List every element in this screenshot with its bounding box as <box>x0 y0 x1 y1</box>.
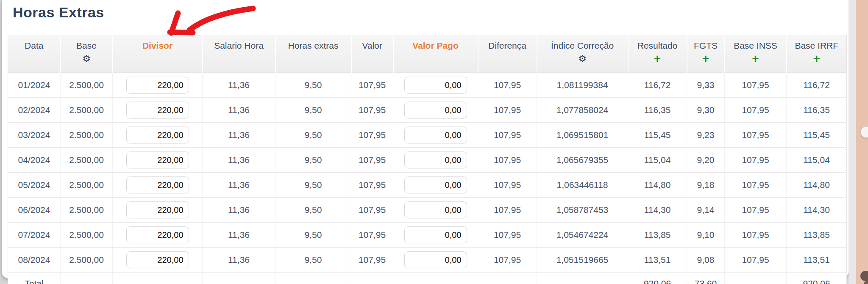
cell-valor_pago <box>393 98 478 123</box>
cell-indice_correcao: 1,058787453 <box>537 198 628 223</box>
cell-valor_pago <box>393 123 478 148</box>
total-empty-cell <box>725 273 787 284</box>
valor-pago-input[interactable] <box>404 127 467 143</box>
cell-valor_pago <box>393 173 478 198</box>
cell-diferenca: 107,95 <box>478 248 537 273</box>
cell-data: 05/2024 <box>8 173 61 198</box>
cell-base_inss: 107,95 <box>725 223 787 248</box>
column-label: Valor Pago <box>412 41 459 50</box>
divisor-input[interactable] <box>126 127 189 143</box>
cell-diferenca: 107,95 <box>478 148 537 173</box>
column-label: Base <box>76 41 97 50</box>
column-header-indice_correcao: Índice Correção⚙ <box>537 35 628 73</box>
cell-data: 04/2024 <box>8 148 61 173</box>
total-empty-cell <box>393 273 478 284</box>
column-header-resultado: Resultado+ <box>628 35 687 73</box>
add-icon[interactable]: + <box>813 52 820 65</box>
cell-valor: 107,95 <box>351 123 393 148</box>
valor-pago-input[interactable] <box>404 176 467 193</box>
cell-valor: 107,95 <box>351 73 393 98</box>
column-label: Salario Hora <box>214 41 264 50</box>
table-body: 01/20242.500,0011,369,50107,95107,951,08… <box>8 73 847 273</box>
add-icon[interactable]: + <box>654 52 661 65</box>
table-row: 08/20242.500,0011,369,50107,95107,951,05… <box>8 248 847 273</box>
divisor-input[interactable] <box>126 152 189 168</box>
table-row: 06/20242.500,0011,369,50107,95107,951,05… <box>8 198 847 223</box>
cell-horas_extras: 9,50 <box>275 123 351 148</box>
cell-fgts: 9,10 <box>687 223 725 248</box>
valor-pago-input[interactable] <box>404 201 467 218</box>
cell-indice_correcao: 1,069515801 <box>537 123 628 148</box>
cell-salario_hora: 11,36 <box>203 173 275 198</box>
page-background-strip <box>856 0 868 284</box>
cell-base_irrf: 114,30 <box>787 198 847 223</box>
total-empty-cell <box>478 273 537 284</box>
cell-fgts: 9,33 <box>687 73 725 98</box>
cell-salario_hora: 11,36 <box>203 223 275 248</box>
divisor-input[interactable] <box>126 251 189 268</box>
divisor-input[interactable] <box>126 176 189 193</box>
cell-fgts: 9,08 <box>687 248 725 273</box>
cell-indice_correcao: 1,065679355 <box>537 148 628 173</box>
valor-pago-input[interactable] <box>404 226 467 243</box>
cell-horas_extras: 9,50 <box>275 98 351 123</box>
cell-indice_correcao: 1,054674224 <box>537 223 628 248</box>
cell-indice_correcao: 1,081199384 <box>537 73 628 98</box>
column-header-salario_hora: Salario Hora <box>203 35 275 73</box>
cell-valor: 107,95 <box>351 198 393 223</box>
total-empty-cell <box>113 273 203 284</box>
cell-salario_hora: 11,36 <box>203 73 275 98</box>
valor-pago-input[interactable] <box>404 251 467 268</box>
page-title: Horas Extras <box>13 4 104 21</box>
table-row: 03/20242.500,0011,369,50107,95107,951,06… <box>8 123 847 148</box>
column-label: Data <box>25 41 43 50</box>
total-empty-cell <box>203 273 275 284</box>
column-label: FGTS <box>694 41 718 50</box>
cell-divisor <box>113 248 203 273</box>
cell-indice_correcao: 1,051519665 <box>537 248 628 273</box>
cell-salario_hora: 11,36 <box>203 198 275 223</box>
total-label: Total <box>8 273 61 284</box>
cell-horas_extras: 9,50 <box>275 248 351 273</box>
cell-horas_extras: 9,50 <box>275 198 351 223</box>
valor-pago-input[interactable] <box>404 102 467 119</box>
divisor-input[interactable] <box>126 226 189 243</box>
column-header-fgts: FGTS+ <box>687 35 725 73</box>
settings-gear-icon[interactable]: ⚙ <box>578 53 587 64</box>
total-resultado: 920,06 <box>628 273 687 284</box>
cell-base: 2.500,00 <box>61 198 113 223</box>
valor-pago-input[interactable] <box>404 152 467 168</box>
divisor-input[interactable] <box>126 201 189 218</box>
cell-valor: 107,95 <box>351 248 393 273</box>
total-empty-cell <box>61 273 113 284</box>
cell-base_inss: 107,95 <box>725 148 787 173</box>
cell-diferenca: 107,95 <box>478 223 537 248</box>
column-label: Resultado <box>637 41 678 50</box>
vertical-scrollbar-track[interactable] <box>849 0 856 284</box>
column-header-horas_extras: Horas extras <box>275 35 351 73</box>
bottom-right-widget-icon <box>860 271 868 281</box>
valor-pago-input[interactable] <box>404 77 467 94</box>
divisor-input[interactable] <box>126 102 189 119</box>
cell-horas_extras: 9,50 <box>275 148 351 173</box>
cell-resultado: 116,35 <box>628 98 687 123</box>
cell-base: 2.500,00 <box>61 98 113 123</box>
cell-valor_pago <box>393 248 478 273</box>
settings-gear-icon[interactable]: ⚙ <box>82 53 91 64</box>
column-header-valor: Valor <box>351 35 393 73</box>
cell-data: 01/2024 <box>8 73 61 98</box>
cell-base: 2.500,00 <box>61 73 113 98</box>
cell-base: 2.500,00 <box>61 123 113 148</box>
cell-resultado: 114,80 <box>628 173 687 198</box>
add-icon[interactable]: + <box>752 52 759 65</box>
cell-base_irrf: 113,85 <box>787 223 847 248</box>
cell-diferenca: 107,95 <box>478 173 537 198</box>
cell-valor_pago <box>393 198 478 223</box>
column-header-base_irrf: Base IRRF+ <box>787 35 847 73</box>
divisor-input[interactable] <box>126 77 189 94</box>
table-row: 07/20242.500,0011,369,50107,95107,951,05… <box>8 223 847 248</box>
cell-base_irrf: 114,80 <box>787 173 847 198</box>
cell-fgts: 9,23 <box>687 123 725 148</box>
add-icon[interactable]: + <box>702 52 709 65</box>
cell-salario_hora: 11,36 <box>203 248 275 273</box>
